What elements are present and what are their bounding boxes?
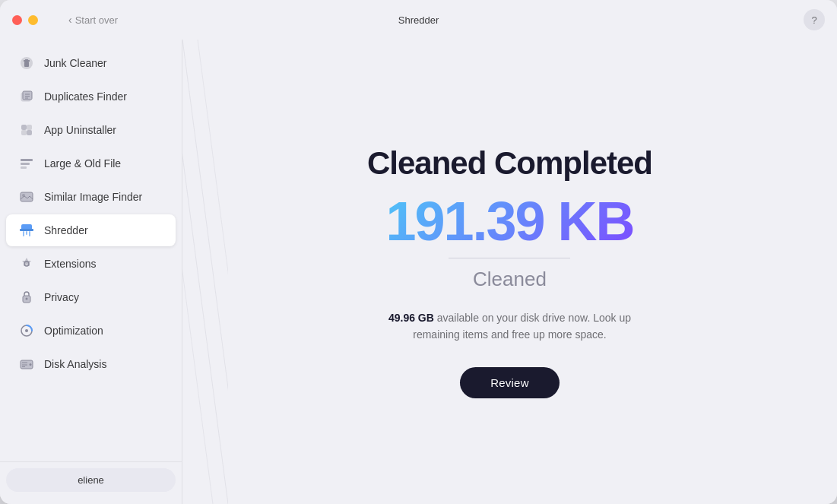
user-pill[interactable]: eliene <box>6 468 176 492</box>
svg-line-36 <box>182 40 213 504</box>
sidebar: Junk Cleaner Duplicates Finder <box>0 40 182 504</box>
review-button[interactable]: Review <box>460 367 559 398</box>
sidebar-item-shredder-label: Shredder <box>44 224 88 236</box>
title-bar: ‹ Start over Shredder ? <box>0 0 837 40</box>
sidebar-item-app-uninstaller[interactable]: App Uninstaller <box>6 114 176 146</box>
privacy-icon <box>18 289 35 306</box>
svg-point-25 <box>26 298 28 300</box>
svg-rect-9 <box>21 125 27 130</box>
sidebar-item-shredder[interactable]: Shredder <box>6 214 176 246</box>
disk-info: 49.96 GB available on your disk drive no… <box>388 309 631 344</box>
sidebar-item-disk-analysis[interactable]: Disk Analysis <box>6 348 176 380</box>
svg-rect-22 <box>29 231 30 236</box>
svg-line-34 <box>182 40 228 504</box>
svg-rect-13 <box>21 159 33 161</box>
main-content: Cleaned Completed 191.39 KB Cleaned 49.9… <box>182 40 837 504</box>
sidebar-item-app-uninstaller-label: App Uninstaller <box>44 124 116 136</box>
header-right: ? <box>804 9 825 30</box>
sidebar-item-similar-image-finder-label: Similar Image Finder <box>44 191 142 203</box>
cleaned-completed-title: Cleaned Completed <box>367 145 652 182</box>
sidebar-footer: eliene <box>0 461 182 498</box>
svg-rect-19 <box>20 229 33 231</box>
minimize-button[interactable] <box>28 15 38 25</box>
disk-size-bold: 49.96 GB <box>388 312 434 324</box>
similar-image-finder-icon <box>18 189 35 205</box>
sidebar-item-disk-analysis-label: Disk Analysis <box>44 358 106 370</box>
svg-rect-15 <box>21 166 27 169</box>
content-card: Cleaned Completed 191.39 KB Cleaned 49.9… <box>322 115 698 430</box>
app-window: ‹ Start over Shredder ? <box>0 0 837 504</box>
disk-info-text: available on your disk drive now. Look u… <box>413 312 631 341</box>
start-over-button[interactable]: ‹ Start over <box>68 14 118 26</box>
svg-point-27 <box>25 329 28 332</box>
optimization-icon <box>18 322 35 339</box>
sidebar-item-optimization-label: Optimization <box>44 325 103 337</box>
shredder-icon <box>18 222 35 239</box>
svg-line-35 <box>198 40 228 504</box>
svg-rect-11 <box>21 130 27 135</box>
sidebar-item-privacy[interactable]: Privacy <box>6 281 176 313</box>
cleaned-size: 191.39 KB <box>385 194 633 249</box>
sidebar-item-extensions[interactable]: Extensions <box>6 248 176 280</box>
close-button[interactable] <box>12 15 22 25</box>
sidebar-item-extensions-label: Extensions <box>44 258 96 270</box>
svg-point-29 <box>30 363 32 366</box>
disk-analysis-icon <box>18 356 35 372</box>
sidebar-item-junk-cleaner[interactable]: Junk Cleaner <box>6 47 176 79</box>
sidebar-item-optimization[interactable]: Optimization <box>6 315 176 347</box>
help-button[interactable]: ? <box>804 9 825 30</box>
svg-rect-20 <box>23 231 24 236</box>
extensions-icon <box>18 255 35 272</box>
large-old-file-icon <box>18 155 35 172</box>
page-title: Shredder <box>398 14 439 26</box>
junk-cleaner-icon <box>18 55 35 71</box>
svg-rect-1 <box>24 62 29 67</box>
sidebar-item-junk-cleaner-label: Junk Cleaner <box>44 57 107 69</box>
sidebar-item-similar-image-finder[interactable]: Similar Image Finder <box>6 181 176 213</box>
main-layout: Junk Cleaner Duplicates Finder <box>0 40 837 504</box>
sidebar-item-large-old-file-label: Large & Old File <box>44 157 121 170</box>
svg-rect-12 <box>27 130 32 135</box>
sidebar-item-large-old-file[interactable]: Large & Old File <box>6 147 176 179</box>
decorative-lines <box>182 40 228 504</box>
svg-rect-21 <box>26 231 27 235</box>
sidebar-items: Junk Cleaner Duplicates Finder <box>0 46 182 455</box>
svg-line-33 <box>182 40 228 504</box>
sidebar-item-duplicates-finder-label: Duplicates Finder <box>44 90 127 103</box>
svg-rect-3 <box>25 59 28 61</box>
svg-rect-14 <box>21 163 30 165</box>
app-uninstaller-icon <box>18 122 35 138</box>
sidebar-item-privacy-label: Privacy <box>44 291 79 303</box>
sidebar-item-duplicates-finder[interactable]: Duplicates Finder <box>6 81 176 113</box>
chevron-left-icon: ‹ <box>68 14 72 26</box>
start-over-label: Start over <box>75 14 118 26</box>
traffic-lights <box>12 15 38 25</box>
cleaned-label: Cleaned <box>473 268 547 291</box>
divider <box>449 258 570 258</box>
duplicates-finder-icon <box>18 88 35 105</box>
svg-rect-10 <box>27 125 32 130</box>
